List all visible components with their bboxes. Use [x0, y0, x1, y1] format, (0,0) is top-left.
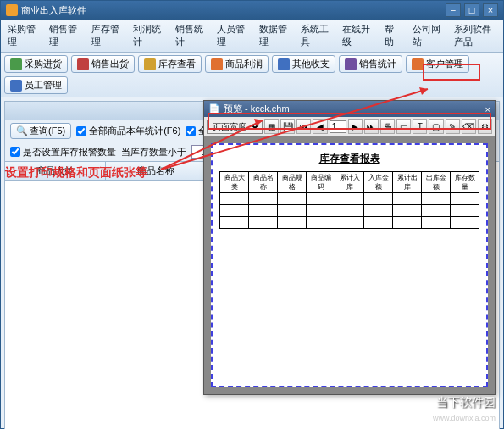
- menu-item[interactable]: 在线升级: [339, 21, 374, 50]
- print-preview-window: 📄 预览 - kcck.chm × 页面宽度 ▦ 💾 ⏮ ◀ ▶ ⏭ 🖶 ▭ T…: [203, 100, 496, 395]
- toolbar-customer[interactable]: 客户管理: [406, 55, 469, 73]
- toolbar-profit[interactable]: 商品利润: [205, 55, 269, 73]
- window-title: 商业出入库软件: [21, 4, 86, 17]
- close-button[interactable]: ×: [483, 3, 498, 17]
- pv-next-icon[interactable]: ▶: [348, 119, 363, 134]
- watermark: 当下软件园: [436, 395, 496, 410]
- toolbar-stock[interactable]: 库存查看: [138, 55, 202, 73]
- pv-settings-icon[interactable]: ⚙: [478, 119, 492, 134]
- team-icon: [10, 80, 22, 92]
- toolbar-purchase[interactable]: 采购进货: [4, 55, 68, 73]
- menu-item[interactable]: 销售统计: [172, 21, 207, 50]
- preview-toolbar: 页面宽度 ▦ 💾 ⏮ ◀ ▶ ⏭ 🖶 ▭ T ▢ ✎ ⌫ ⚙: [204, 117, 495, 136]
- toolbar-stats[interactable]: 销售统计: [339, 55, 402, 73]
- menu-item[interactable]: 系列软件产品: [451, 21, 500, 50]
- pv-prev-icon[interactable]: ◀: [313, 119, 327, 134]
- pv-highlight-icon[interactable]: ✎: [446, 119, 460, 134]
- pv-new-icon[interactable]: ▭: [396, 119, 411, 134]
- preview-icon: 📄: [208, 103, 220, 114]
- report-title: 库存查看报表: [219, 152, 479, 166]
- menu-item[interactable]: 帮助: [381, 21, 402, 50]
- menu-item[interactable]: 数据管理: [256, 21, 291, 50]
- pv-print-icon[interactable]: 🖶: [380, 119, 395, 134]
- query-button[interactable]: 🔍查询(F5): [10, 123, 71, 139]
- pv-erase-icon[interactable]: ⌫: [462, 119, 476, 134]
- pv-save-icon[interactable]: 💾: [280, 119, 295, 134]
- grid-body[interactable]: [5, 181, 207, 429]
- menu-item[interactable]: 利润统计: [130, 21, 164, 50]
- coin-icon: [211, 58, 223, 70]
- pv-last-icon[interactable]: ⏭: [364, 119, 379, 134]
- chart-icon: [345, 58, 357, 70]
- toolbar-sales[interactable]: 销售出货: [71, 55, 135, 73]
- menu-item[interactable]: 系统工具: [297, 21, 332, 50]
- annotation-text: 设置打印规格和页面纸张等: [5, 165, 147, 181]
- pv-first-icon[interactable]: ⏮: [296, 119, 311, 134]
- pv-text-icon[interactable]: T: [413, 119, 427, 134]
- alert-check[interactable]: 是否设置库存报警数量: [10, 146, 116, 159]
- box-icon: [144, 58, 156, 70]
- menu-item[interactable]: 库存管理: [88, 21, 123, 50]
- pv-page-setup-icon[interactable]: ▦: [264, 119, 279, 134]
- zoom-select[interactable]: 页面宽度: [207, 120, 263, 134]
- preview-page: 库存查看报表 商品大类 商品名称 商品规格 商品编码 累计入库 入库金额 累计出…: [211, 143, 488, 387]
- preview-close-button[interactable]: ×: [485, 104, 490, 114]
- year-stats-check[interactable]: 全部商品本年统计(F6): [76, 125, 180, 137]
- app-icon: [6, 4, 18, 16]
- menu-item[interactable]: 采购管理: [4, 21, 39, 50]
- cart-icon: [10, 58, 22, 70]
- maximize-button[interactable]: □: [464, 3, 479, 17]
- toolbar: 采购进货 销售出货 库存查看 商品利润 其他收支 销售统计 客户管理 员工管理: [1, 53, 503, 98]
- alert-label-before: 当库存数量小于: [121, 146, 186, 159]
- report-table: 商品大类 商品名称 商品规格 商品编码 累计入库 入库金额 累计出库 出库金额 …: [219, 171, 479, 229]
- minimize-button[interactable]: −: [446, 3, 461, 17]
- preview-page-input[interactable]: [330, 120, 346, 133]
- menu-item[interactable]: 公司网站: [409, 21, 444, 50]
- menu-item[interactable]: 人员管理: [213, 21, 248, 50]
- toolbar-other[interactable]: 其他收支: [272, 55, 335, 73]
- watermark-url: www.downxia.com: [433, 414, 496, 422]
- note-icon: [278, 58, 290, 70]
- menubar: 采购管理 销售管理 库存管理 利润统计 销售统计 人员管理 数据管理 系统工具 …: [1, 20, 503, 53]
- out-icon: [77, 58, 89, 70]
- pv-rect-icon[interactable]: ▢: [429, 119, 443, 134]
- menu-item[interactable]: 销售管理: [46, 21, 80, 50]
- person-icon: [412, 58, 424, 70]
- toolbar-staff[interactable]: 员工管理: [4, 76, 68, 94]
- preview-title: 预览 - kcck.chm: [224, 103, 290, 115]
